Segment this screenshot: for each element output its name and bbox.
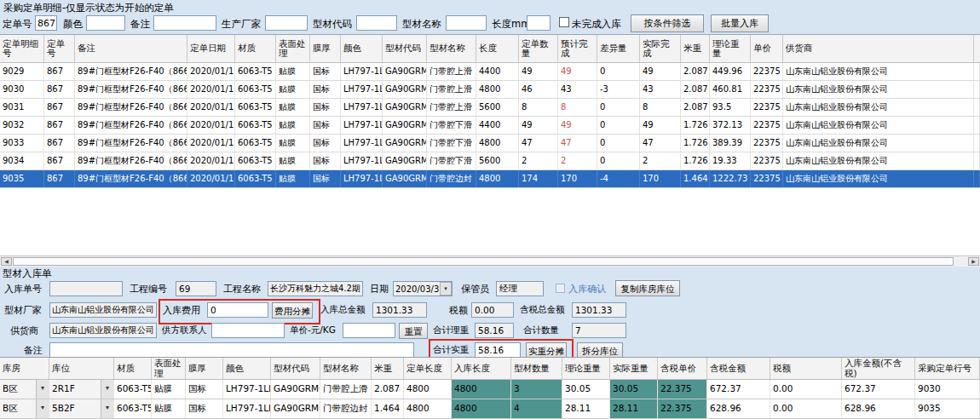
- grid-row[interactable]: B区▾2R1F▾6063-T5贴膜国标LH797-1LL0GA90GRM03门带…: [0, 380, 980, 399]
- scroll-thumb[interactable]: [13, 257, 954, 266]
- column-header[interactable]: 表面处理: [152, 358, 186, 379]
- calendar-dropdown-icon[interactable]: ▾: [440, 282, 452, 296]
- grid-row[interactable]: 903086789#门框型材F26-F40（866+867）2020/01/13…: [0, 81, 980, 99]
- combo-value: 2R1F: [52, 380, 75, 399]
- grid-cell: 门带腔上滑: [320, 380, 372, 399]
- horizontal-scrollbar[interactable]: ◀ ▶: [0, 255, 980, 267]
- fee-apportion-button[interactable]: 费用分摊: [272, 302, 313, 319]
- grid-cell: 30.05: [562, 380, 610, 399]
- column-header[interactable]: 型材数量: [511, 358, 562, 379]
- grid-row[interactable]: 903486789#门框型材F26-F40（866+867）2020/01/13…: [0, 152, 980, 170]
- scroll-right-arrow-icon[interactable]: ▶: [968, 257, 979, 266]
- dropdown-arrow-icon[interactable]: ▾: [101, 399, 113, 418]
- column-header[interactable]: 入库金额(不含税): [842, 358, 915, 379]
- total-actual-weight-input[interactable]: [475, 342, 521, 358]
- grid-cell: 46: [519, 81, 558, 98]
- unit-price-input[interactable]: [343, 323, 395, 338]
- column-header[interactable]: 颜色: [223, 358, 271, 379]
- column-header[interactable]: 型材名称: [320, 358, 372, 379]
- remark-input[interactable]: [153, 15, 216, 31]
- column-header[interactable]: 备注: [75, 35, 187, 62]
- scroll-left-arrow-icon[interactable]: ◀: [1, 257, 12, 266]
- column-header[interactable]: 采购定单行号: [915, 358, 980, 379]
- supplier-field[interactable]: [49, 323, 157, 338]
- batch-inbound-button[interactable]: 批量入库: [711, 14, 769, 32]
- column-header[interactable]: 型材代码: [383, 35, 427, 62]
- total-amount-field[interactable]: [372, 302, 427, 318]
- column-header[interactable]: 型材名称: [427, 35, 476, 62]
- fee-input[interactable]: [207, 302, 268, 318]
- grid-cell: 贴膜: [276, 99, 310, 116]
- grid-cell: 8: [640, 99, 681, 116]
- color-input[interactable]: [86, 15, 125, 31]
- column-header[interactable]: 米重: [372, 358, 404, 379]
- column-header[interactable]: 实际完成: [640, 35, 681, 62]
- column-header[interactable]: 库房: [0, 358, 49, 379]
- inbound-confirm-checkbox[interactable]: [556, 284, 565, 293]
- order-no-input[interactable]: [35, 15, 57, 31]
- column-header[interactable]: 理论重量: [562, 358, 610, 379]
- grid-row[interactable]: B区▾5B2F▾6063-T5贴膜国标LH797-1LL0GA90GRM05门带…: [0, 399, 980, 419]
- column-header[interactable]: 含税单价: [658, 358, 707, 379]
- column-header[interactable]: 材质: [235, 35, 276, 62]
- grid-cell: 867: [44, 135, 75, 152]
- grid-row[interactable]: 903286789#门框型材F26-F40（866+867）2020/01/13…: [0, 117, 980, 135]
- profile-code-input[interactable]: [356, 15, 397, 31]
- grid-row[interactable]: 903386789#门框型材F26-F40（866+867）2020/01/13…: [0, 135, 980, 152]
- manufacturer-input[interactable]: [265, 15, 308, 31]
- grid-cell: 19.33: [710, 152, 751, 169]
- column-header[interactable]: 定单日期: [187, 35, 235, 62]
- copy-warehouse-button[interactable]: 复制库房库位: [615, 280, 680, 296]
- tax-field[interactable]: [471, 302, 514, 318]
- column-header[interactable]: 含税金额: [707, 358, 770, 379]
- remark-input2[interactable]: [49, 342, 414, 358]
- column-header[interactable]: 定单长度: [404, 358, 452, 379]
- column-header[interactable]: 型材代码: [271, 358, 320, 379]
- grid-row[interactable]: 903186789#门框型材F26-F40（866+867）2020/01/13…: [0, 99, 980, 117]
- grid-cell: 9030: [0, 81, 44, 98]
- column-header[interactable]: 颜色: [341, 35, 383, 62]
- column-header[interactable]: 材质: [114, 358, 152, 379]
- total-theory-weight-field[interactable]: [475, 323, 514, 338]
- column-header[interactable]: 定单数量: [519, 35, 558, 62]
- column-header[interactable]: 实际重量: [610, 358, 658, 379]
- column-header[interactable]: 预计完成: [558, 35, 597, 62]
- column-header[interactable]: 入库长度: [452, 358, 511, 379]
- column-header[interactable]: 理论重量: [710, 35, 751, 62]
- total-amount-label: 入库总金额: [320, 304, 366, 316]
- grid-row[interactable]: 902986789#门框型材F26-F40（866+867）2020/01/13…: [0, 63, 980, 81]
- column-header[interactable]: 供货商: [783, 35, 974, 62]
- column-header[interactable]: 定单号: [44, 35, 75, 62]
- column-header[interactable]: 长度: [476, 35, 519, 62]
- column-header[interactable]: 单价: [751, 35, 783, 62]
- keeper-field[interactable]: [496, 281, 544, 296]
- column-header[interactable]: 膜厚: [186, 358, 223, 379]
- receipt-no-field[interactable]: [49, 281, 123, 296]
- dropdown-arrow-icon[interactable]: ▾: [101, 380, 113, 399]
- dropdown-arrow-icon[interactable]: ▾: [36, 399, 49, 418]
- total-qty-field[interactable]: [572, 323, 626, 338]
- column-header[interactable]: 表面处理: [276, 35, 310, 62]
- project-no-field[interactable]: [176, 281, 216, 296]
- project-name-field[interactable]: [268, 281, 363, 296]
- filter-toolbar: 定单号 颜色 备注 生产厂家 型材代码 型材名称 长度mm 未完成入库 按条件筛…: [0, 14, 980, 34]
- profile-name-input[interactable]: [446, 15, 487, 31]
- grid-row[interactable]: 903586789#门框型材F26-F40（866+867）2020/01/13…: [0, 170, 980, 188]
- factory-field[interactable]: [49, 302, 157, 318]
- total-with-tax-field[interactable]: [572, 302, 626, 318]
- filter-by-condition-button[interactable]: 按条件筛选: [631, 14, 704, 32]
- column-header[interactable]: 米重: [681, 35, 710, 62]
- inbound-grid-body: B区▾2R1F▾6063-T5贴膜国标LH797-1LL0GA90GRM03门带…: [0, 380, 980, 419]
- column-header[interactable]: 膜厚: [310, 35, 341, 62]
- column-header[interactable]: 库位: [49, 358, 114, 379]
- header-filler: [974, 35, 980, 62]
- dropdown-arrow-icon[interactable]: ▾: [36, 380, 49, 399]
- length-input[interactable]: [527, 15, 551, 31]
- reset-button[interactable]: 重置: [399, 323, 428, 339]
- grid-cell: LH797-1LL0: [223, 380, 271, 399]
- contact-input[interactable]: [211, 323, 285, 338]
- column-header[interactable]: 差异量: [597, 35, 640, 62]
- column-header[interactable]: 定单明细号: [0, 35, 44, 62]
- column-header[interactable]: 税额: [770, 358, 842, 379]
- unfinished-checkbox[interactable]: [559, 17, 569, 27]
